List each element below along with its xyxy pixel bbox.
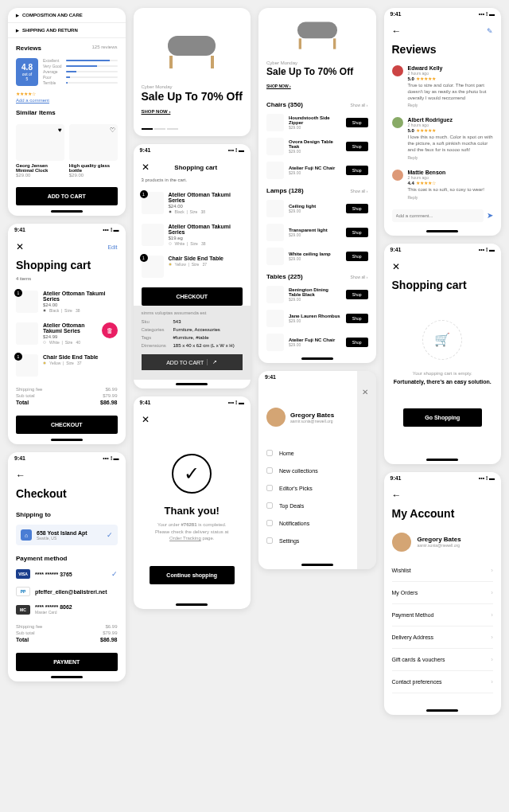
check-icon: ✓	[111, 570, 118, 578]
account-item[interactable]: Gift cards & vouchers›	[392, 649, 494, 671]
product-row[interactable]: Houndstooth Side Zipper$29.00Shop	[258, 111, 376, 135]
menu-item[interactable]: Home	[266, 444, 368, 462]
shop-button[interactable]: Shop	[346, 314, 368, 323]
product-row[interactable]: Ceiling light$29.00Shop	[258, 197, 376, 221]
product-row[interactable]: Jane Lauren Rhombus$29.00Shop	[258, 306, 376, 330]
close-icon[interactable]: ✕	[142, 162, 150, 173]
show-all-link[interactable]: Show all ›	[351, 189, 368, 193]
add-to-cart-button[interactable]: ADD TO CART	[16, 187, 118, 205]
chevron-right-icon: ›	[491, 678, 493, 685]
shop-button[interactable]: Shop	[346, 204, 368, 213]
payment-button[interactable]: PAYMENT	[16, 653, 118, 671]
shop-button[interactable]: Shop	[346, 142, 368, 151]
heart-icon[interactable]: ♥	[58, 127, 62, 134]
cart-item[interactable]: Atelier Ottoman Takumi Series$24.99 Whit…	[8, 318, 126, 349]
chevron-right-icon: ›	[491, 656, 493, 663]
thank-you-screen: 9:41••• ⁞ ▬ ✕ ✓ Thank you! Your order #7…	[134, 396, 251, 608]
account-item[interactable]: Delivery Address›	[392, 627, 494, 649]
show-all-link[interactable]: Show all ›	[351, 103, 368, 107]
menu-item[interactable]: New collections	[266, 462, 368, 479]
account-screen: 9:41••• ⁞ ▬ ← My Account Gregory Batesaa…	[384, 472, 502, 715]
shop-button[interactable]: Shop	[346, 166, 368, 175]
cart-item[interactable]: 1Chair Side End Table Yellow | Size 37	[8, 349, 126, 381]
account-item[interactable]: Contact preferences›	[392, 671, 494, 693]
stars-icon: ★★★★☆	[8, 89, 126, 98]
back-icon[interactable]: ←	[384, 485, 502, 506]
chevron-right-icon: ›	[491, 634, 493, 641]
menu-item[interactable]: Editor's Picks	[266, 479, 368, 497]
chevron-right-icon: ›	[491, 567, 493, 574]
check-icon: ✓	[172, 454, 212, 494]
shop-now-link[interactable]: SHOP NOW ›	[266, 84, 291, 88]
similar-item[interactable]: ♡High quality glass bottle$29.00	[69, 124, 118, 178]
send-icon[interactable]: ➤	[487, 211, 493, 220]
page-title: Shopping cart	[8, 257, 126, 276]
address-card[interactable]: ⌂ 658 Yost Island AptSeattle, US ✓	[16, 525, 118, 545]
pagination-dots[interactable]	[134, 122, 251, 136]
menu-screen: 9:41 ✕ Gregory Batesaamir.sonia@newell.o…	[258, 371, 376, 569]
checkout-button[interactable]: CHECKOUT	[16, 416, 118, 434]
product-row[interactable]: Atelier Fuji NC Chair$29.00Shop	[258, 158, 376, 182]
reply-link[interactable]: Reply	[408, 155, 494, 160]
avatar[interactable]	[266, 408, 286, 427]
account-item[interactable]: Payment Method›	[392, 604, 494, 627]
reply-link[interactable]: Reply	[408, 103, 494, 107]
product-row[interactable]: Benington Dining Table Black$29.00Shop	[258, 283, 376, 306]
order-tracking-link[interactable]: Order Tracking	[169, 536, 201, 541]
accordion-shipping[interactable]: ▶SHIPPING AND RETURN	[8, 23, 126, 38]
product-row[interactable]: White ceiling lamp$29.00Shop	[258, 244, 376, 268]
review-item: Edward Kelly2 hours ago5.0 ★★★★★True to …	[384, 61, 502, 112]
shop-now-link[interactable]: SHOP NOW ›	[142, 109, 171, 114]
shop-button[interactable]: Shop	[346, 228, 368, 237]
menu-item[interactable]: Notifications	[266, 514, 368, 532]
product-row[interactable]: Ovora Design Table Teak$29.00Shop	[258, 135, 376, 158]
cart-item[interactable]: 1Chair Side End Table Yellow | Size 37	[134, 251, 251, 283]
comment-input[interactable]	[392, 209, 484, 222]
menu-item[interactable]: Settings	[266, 532, 368, 549]
close-icon[interactable]: ✕	[16, 241, 24, 252]
avatar[interactable]	[392, 533, 411, 552]
product-row[interactable]: Atelier Fuji NC Chair$29.00Shop	[258, 330, 376, 354]
reply-link[interactable]: Reply	[408, 195, 494, 200]
reviews-count[interactable]: 125 reviews	[91, 45, 117, 49]
hero-screen: Cyber Monday Sale Up To 70% Off SHOP NOW…	[134, 8, 251, 136]
menu-item[interactable]: Top Deals	[266, 497, 368, 514]
account-item[interactable]: Wishlist›	[392, 560, 494, 582]
shop-button[interactable]: Shop	[346, 338, 368, 347]
close-icon[interactable]: ✕	[392, 261, 400, 272]
avatar	[392, 170, 403, 181]
svg-rect-4	[298, 38, 301, 49]
accordion-composition[interactable]: ▶COMPOSITION AND CARE	[8, 8, 126, 23]
add-to-cart-button[interactable]: ADD TO CART↗	[142, 354, 243, 370]
payment-card[interactable]: VISA**** ****** 3765✓	[8, 565, 126, 583]
chevron-right-icon: ▶	[16, 13, 19, 18]
cart-screen: 9:41••• ⁞ ▬ ✕Edit Shopping cart 4 items …	[8, 224, 126, 444]
shop-button[interactable]: Shop	[346, 252, 368, 261]
continue-shopping-button[interactable]: Continue shopping	[150, 566, 235, 584]
edit-link[interactable]: Edit	[107, 244, 117, 250]
cart-item[interactable]: 1Atelier Ottoman Takumi Series$24.00 Bla…	[134, 187, 251, 219]
show-all-link[interactable]: Show all ›	[351, 275, 368, 279]
close-icon[interactable]: ✕	[142, 414, 150, 425]
edit-icon[interactable]: ✎	[487, 27, 493, 35]
home-indicator	[51, 210, 83, 213]
go-shopping-button[interactable]: Go Shopping	[403, 408, 483, 427]
shop-button[interactable]: Shop	[346, 290, 368, 299]
heart-icon[interactable]: ♡	[110, 127, 115, 134]
shop-button[interactable]: Shop	[346, 118, 368, 127]
payment-card[interactable]: PPpfeffer_ellen@balistreri.net	[8, 583, 126, 600]
cart-item[interactable]: 1Atelier Ottoman Takumi Series$24.00 Bla…	[8, 286, 126, 318]
product-row[interactable]: Transparent light$29.00Shop	[258, 221, 376, 244]
cart-item[interactable]: Atelier Ottoman Takumi Series$19.eg Whit…	[134, 219, 251, 251]
delete-icon[interactable]: 🗑	[102, 322, 118, 338]
similar-item[interactable]: ♥Georg Jensen Minimal Clock$29.00	[16, 124, 64, 178]
home-icon: ⌂	[21, 529, 32, 541]
back-icon[interactable]: ←	[392, 25, 402, 37]
svg-rect-1	[169, 56, 173, 68]
back-icon[interactable]: ←	[8, 465, 126, 486]
page-title: Checkout	[8, 486, 126, 505]
payment-card[interactable]: MC**** ****** 8062Master Card	[8, 600, 126, 619]
account-item[interactable]: My Orders›	[392, 582, 494, 604]
share-icon[interactable]: ↗	[207, 359, 217, 365]
checkout-button[interactable]: CHECKOUT	[142, 287, 243, 306]
